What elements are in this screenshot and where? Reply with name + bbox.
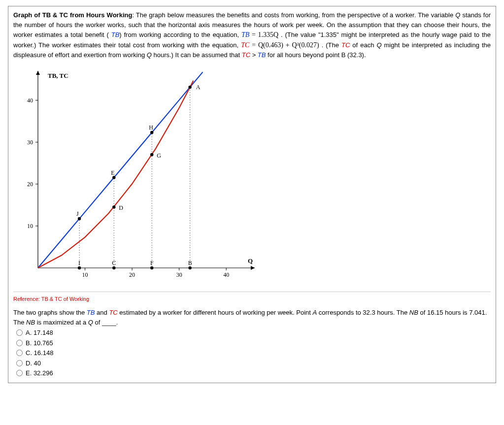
problem-wrapper: Graph of TB & TC from Hours Working: The… xyxy=(8,6,496,383)
answer-choices: A. 17.148B. 10.765C. 16.148D. 40E. 32.29… xyxy=(13,328,491,378)
choice-label: D. 40 xyxy=(26,359,41,368)
choice-radio[interactable] xyxy=(16,329,23,336)
svg-text:40: 40 xyxy=(27,97,33,103)
choice-label: B. 10.765 xyxy=(26,338,53,348)
choice-radio[interactable] xyxy=(16,370,23,376)
choice-d[interactable]: D. 40 xyxy=(13,359,491,368)
choice-label: E. 32.296 xyxy=(26,368,53,378)
svg-marker-2 xyxy=(36,71,40,75)
svg-point-34 xyxy=(112,176,115,179)
svg-point-26 xyxy=(188,85,191,88)
choice-a[interactable]: A. 17.148 xyxy=(13,328,491,338)
svg-point-36 xyxy=(150,266,153,269)
svg-text:F: F xyxy=(150,260,154,266)
choice-c[interactable]: C. 16.148 xyxy=(13,348,491,358)
chart: 1020304010203040TB, TCQABCDEFGHIJ xyxy=(13,66,491,288)
svg-text:20: 20 xyxy=(129,271,135,278)
svg-text:40: 40 xyxy=(223,271,229,278)
choice-e[interactable]: E. 32.296 xyxy=(13,368,491,378)
svg-point-40 xyxy=(150,131,153,133)
choice-radio[interactable] xyxy=(16,350,23,356)
chart-svg: 1020304010203040TB, TCQABCDEFGHIJ xyxy=(13,66,260,288)
choice-radio[interactable] xyxy=(16,340,23,346)
svg-text:30: 30 xyxy=(27,138,33,145)
svg-text:10: 10 xyxy=(27,222,33,229)
problem-intro: Graph of TB & TC from Hours Working: The… xyxy=(13,10,491,60)
choice-b[interactable]: B. 10.765 xyxy=(13,338,491,348)
svg-text:Q: Q xyxy=(248,257,253,264)
svg-text:H: H xyxy=(149,124,153,131)
svg-text:A: A xyxy=(196,84,201,91)
svg-point-42 xyxy=(78,266,81,269)
reference-label: Reference: TB & TC of Working xyxy=(13,295,491,303)
svg-text:J: J xyxy=(76,210,79,217)
svg-point-28 xyxy=(188,266,191,269)
svg-point-30 xyxy=(112,266,115,269)
svg-text:E: E xyxy=(111,169,114,176)
divider xyxy=(13,292,491,292)
problem-title: Graph of TB & TC from Hours Working xyxy=(13,11,132,19)
svg-text:B: B xyxy=(188,260,192,266)
svg-text:C: C xyxy=(112,260,116,266)
svg-marker-3 xyxy=(251,266,255,270)
choice-radio[interactable] xyxy=(16,360,23,366)
svg-text:10: 10 xyxy=(82,271,88,278)
choice-label: A. 17.148 xyxy=(26,328,53,338)
svg-point-32 xyxy=(112,205,115,208)
svg-point-38 xyxy=(150,153,153,156)
svg-text:D: D xyxy=(119,204,123,211)
svg-text:I: I xyxy=(78,260,80,266)
svg-text:30: 30 xyxy=(176,271,182,278)
question-text: The two graphs show the TB and TC estima… xyxy=(13,308,491,327)
svg-text:G: G xyxy=(157,152,161,159)
svg-point-44 xyxy=(78,217,81,220)
svg-text:20: 20 xyxy=(27,180,33,187)
choice-label: C. 16.148 xyxy=(26,348,53,358)
svg-text:TB, TC: TB, TC xyxy=(48,72,68,79)
